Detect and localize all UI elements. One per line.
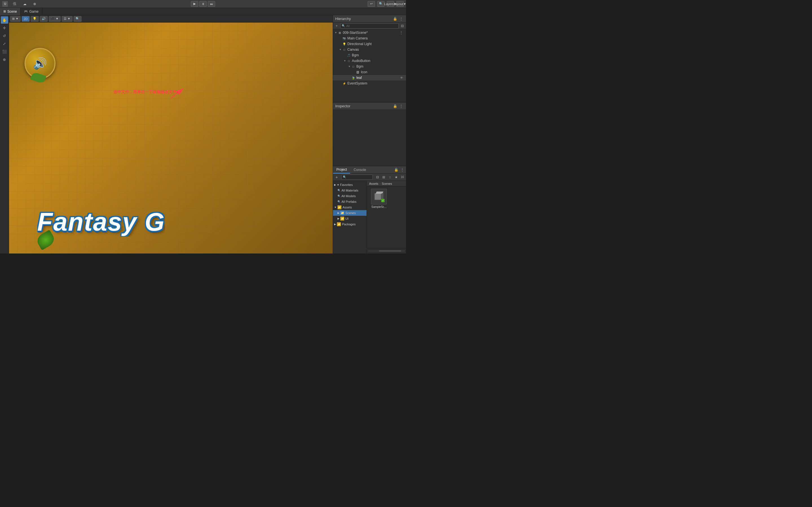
pause-button[interactable]: ⏸ xyxy=(199,1,207,7)
packages-folder-icon: 📁 xyxy=(337,222,341,226)
tree-item-main-camera[interactable]: ▶ 📷 Main Camera xyxy=(333,36,406,41)
project-content: ▶ ★ Favorites 🔍 All Materials 🔍 All Mode… xyxy=(333,181,406,253)
project-star-btn[interactable]: ★ xyxy=(394,175,399,180)
asset-grid: ✓ SampleSc... xyxy=(367,186,406,248)
asset-item-samplescene[interactable]: ✓ SampleSc... xyxy=(369,189,389,209)
proj-all-prefabs[interactable]: 🔍 All Prefabs xyxy=(333,199,366,205)
proj-scenes[interactable]: ▶ 📁 Scenes xyxy=(333,210,366,216)
inspector-more-btn[interactable]: ⋮ xyxy=(399,104,404,109)
layout-dropdown[interactable]: Layout ▼ xyxy=(396,1,404,7)
proj-assets-root[interactable]: ▼ 📁 Assets xyxy=(333,205,366,210)
tool-transform[interactable]: ⊕ xyxy=(1,56,8,63)
menu-plus[interactable]: ⊕ xyxy=(32,1,38,6)
menu-cloud[interactable]: ☁ xyxy=(21,1,28,6)
tree-item-scene[interactable]: ▼ ⊞ 009-StartScene* ⋮ xyxy=(333,30,406,36)
main-layout: ✋ ✛ ↺ ⤢ ⬛ ⊕ ⊞ ▼ 2D 💡 🔊 ⬛ ▼ ☰ ▼ 🔍 🔊 xyxy=(0,15,406,253)
project-search[interactable]: 🔍 xyxy=(342,175,373,180)
scene-gizmos-btn[interactable]: ☰ ▼ xyxy=(62,16,72,22)
project-more-btn[interactable]: ⋮ xyxy=(400,167,405,172)
inspector-panel: Inspector 🔒 ⋮ xyxy=(333,103,406,166)
scene-audio-btn[interactable]: 🔊 xyxy=(40,16,48,22)
undo-button[interactable]: ↩ xyxy=(368,1,375,7)
tab-scene[interactable]: ⊞ Scene xyxy=(0,8,20,15)
hierarchy-search[interactable]: 🔍 All xyxy=(340,23,399,29)
hierarchy-header: Hierarchy 🔓 ⋮ xyxy=(333,15,406,22)
tool-hand[interactable]: ✋ xyxy=(1,16,8,24)
project-sort-btn[interactable]: ↕ xyxy=(388,175,393,180)
eventsystem-icon: ⚡ xyxy=(342,81,347,86)
tab-console[interactable]: Console xyxy=(350,166,369,173)
scene-2d-btn[interactable]: 2D xyxy=(22,16,30,22)
tool-rect[interactable]: ⬛ xyxy=(1,48,8,55)
proj-all-models[interactable]: 🔍 All Models xyxy=(333,193,366,199)
hierarchy-lock-btn[interactable]: 🔓 xyxy=(393,16,398,21)
icon-tree-icon: 🖼 xyxy=(356,70,360,74)
hierarchy-toolbar: + 🔍 All ⊟ xyxy=(333,22,406,29)
inspector-actions: 🔒 ⋮ xyxy=(393,104,404,109)
asset-thumb-samplescene: ✓ xyxy=(371,189,387,205)
tool-rotate[interactable]: ↺ xyxy=(1,32,8,40)
ui-arrow-icon: ▶ xyxy=(338,217,340,220)
hierarchy-actions: 🔓 ⋮ xyxy=(393,16,404,21)
top-menu-right: ↩ 🔍 Layers ▼ Layout ▼ xyxy=(368,1,404,7)
bottom-vine xyxy=(37,233,54,248)
tree-item-canvas[interactable]: ▼ □ Canvas xyxy=(333,47,406,52)
hierarchy-add-btn[interactable]: + xyxy=(334,23,339,29)
bottom-panel-tabs: Project Console 🔓 ⋮ xyxy=(333,166,406,173)
project-filter-btn[interactable]: ⊞ xyxy=(381,175,386,180)
inspector-lock-btn[interactable]: 🔒 xyxy=(393,104,398,109)
tabs-row: ⊞ Scene 🎮 Game xyxy=(0,8,406,15)
bottom-panel: Project Console 🔓 ⋮ + 🔍 ⊟ ⊞ ↕ ★ xyxy=(333,166,406,253)
tab-project[interactable]: Project xyxy=(333,166,350,173)
project-count: 16 xyxy=(400,175,405,180)
project-toolbar: + 🔍 ⊟ ⊞ ↕ ★ 16 xyxy=(333,173,406,181)
project-lock-btn[interactable]: 🔓 xyxy=(394,167,399,172)
tree-item-leaf[interactable]: ▶ 🍃 leaf 👁 xyxy=(333,75,406,80)
audiobutton-icon: □ xyxy=(347,59,351,63)
scene-fx-btn[interactable]: ⬛ ▼ xyxy=(49,16,61,22)
scenes-folder-icon: 📁 xyxy=(340,211,344,215)
tool-move[interactable]: ✛ xyxy=(1,24,8,32)
search-button[interactable]: 🔍 xyxy=(377,1,385,7)
hierarchy-more-btn[interactable]: ⋮ xyxy=(399,16,404,21)
scene-more-btn[interactable]: ⋮ xyxy=(399,30,404,35)
audiobutton-arrow-icon: ▼ xyxy=(343,59,347,62)
game-icon: 🎮 xyxy=(24,10,28,13)
proj-all-materials[interactable]: 🔍 All Materials xyxy=(333,187,366,193)
tool-scale[interactable]: ⤢ xyxy=(1,40,8,47)
tree-item-bgm2[interactable]: ▼ □ Bgm xyxy=(333,64,406,69)
inspector-header: Inspector 🔒 ⋮ xyxy=(333,103,406,110)
bgm2-arrow-icon: ▼ xyxy=(348,65,351,68)
layers-dropdown[interactable]: Layers ▼ xyxy=(387,1,394,7)
play-button[interactable]: ▶ xyxy=(191,1,198,7)
inspector-empty xyxy=(333,110,406,166)
scene-toolbar: ⊞ ▼ 2D 💡 🔊 ⬛ ▼ ☰ ▼ 🔍 xyxy=(9,15,333,22)
proj-favorites[interactable]: ▶ ★ Favorites xyxy=(333,182,366,187)
tree-item-dir-light[interactable]: ▶ 💡 Directional Light xyxy=(333,41,406,47)
scene-lighting-btn[interactable]: 💡 xyxy=(31,16,39,22)
menu-file[interactable]: 伍 xyxy=(11,1,18,7)
hierarchy-panel: Hierarchy 🔓 ⋮ + 🔍 All ⊟ ▼ xyxy=(333,15,406,103)
project-add-btn[interactable]: + xyxy=(334,175,339,180)
unity-logo: U xyxy=(2,1,8,7)
inspector-title: Inspector xyxy=(335,104,350,108)
visibility-eye-icon[interactable]: 👁 xyxy=(399,76,404,79)
proj-packages[interactable]: ▶ 📁 Packages xyxy=(333,221,366,227)
project-view-btn[interactable]: ⊟ xyxy=(375,175,380,180)
vine-leaf xyxy=(35,230,57,250)
proj-ui[interactable]: ▶ 📁 UI xyxy=(333,216,366,221)
hierarchy-tree: ▼ ⊞ 009-StartScene* ⋮ ▶ 📷 Main Camera ▶ … xyxy=(333,29,406,102)
scenes-arrow-icon: ▶ xyxy=(338,212,340,214)
tree-item-event-system[interactable]: ▶ ⚡ EventSystem xyxy=(333,80,406,86)
scene-draw-mode[interactable]: ⊞ ▼ xyxy=(10,16,20,22)
scene-search[interactable]: 🔍 xyxy=(73,16,82,22)
bgm2-icon: □ xyxy=(351,64,356,69)
tree-item-icon[interactable]: ▶ 🖼 Icon xyxy=(333,69,406,75)
speaker-icon: 🔊 xyxy=(33,57,47,70)
tree-item-audio-button[interactable]: ▼ □ AudioButton xyxy=(333,58,406,64)
tree-item-bgm[interactable]: ▶ 🎵 Bgm xyxy=(333,52,406,58)
project-breadcrumb: Assets › Scenes xyxy=(367,181,406,186)
hierarchy-expand-btn[interactable]: ⊟ xyxy=(400,23,405,29)
step-button[interactable]: ⏭ xyxy=(208,1,215,7)
tab-game[interactable]: 🎮 Game xyxy=(20,8,42,15)
